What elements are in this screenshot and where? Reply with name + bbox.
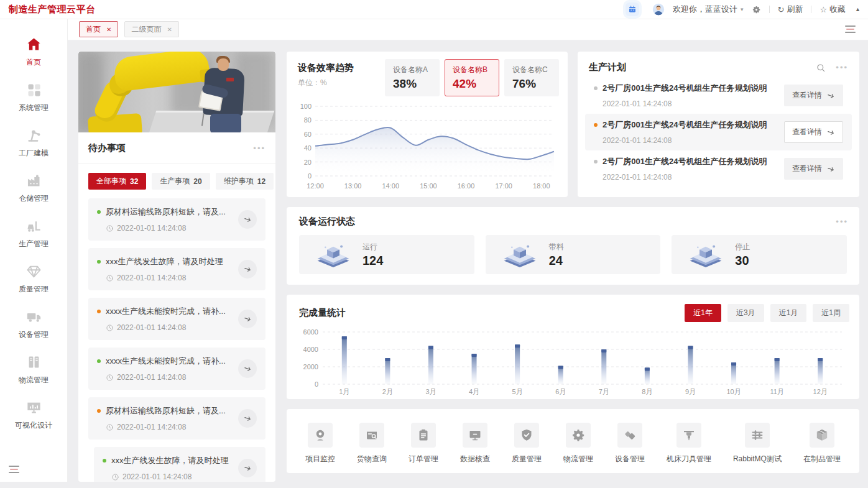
- shortcut-wip-management[interactable]: 在制品管理: [803, 423, 841, 473]
- plan-row[interactable]: 2号厂房001生产线24号机组生产任务规划说明 2022-01-01 14:24…: [585, 150, 852, 187]
- settings-button[interactable]: [752, 5, 761, 14]
- device-chip-b[interactable]: 设备名称B 42%: [445, 59, 499, 96]
- plan-row[interactable]: 2号厂房001生产线24号机组生产任务规划说明 2022-01-01 14:24…: [585, 114, 852, 150]
- sidebar-item-system[interactable]: 系统管理: [0, 81, 67, 127]
- sliders-icon: [745, 423, 770, 448]
- shortcut-logistics-management[interactable]: 物流管理: [563, 423, 593, 473]
- shortcut-machine-tool-management[interactable]: 机床刀具管理: [667, 423, 711, 473]
- todo-item[interactable]: 原材料运输线路原料短缺，请及... 2022-01-01 14:24:08: [88, 198, 265, 241]
- device-chips: 设备名称A 38% 设备名称B 42% 设备名称C 76%: [385, 59, 559, 96]
- more-icon[interactable]: •••: [836, 218, 848, 226]
- robot-arm-icon: [25, 127, 42, 144]
- shortcuts-panel: 项目监控 货物查询 订单管理 数据核查 质量管理 物流管理 设备管理 机床刀具: [287, 409, 859, 473]
- todo-arrow-button[interactable]: [238, 409, 257, 428]
- svg-text:3月: 3月: [425, 388, 436, 395]
- status-dot: [594, 160, 598, 163]
- status-dot: [97, 260, 101, 264]
- arrow-right-icon: [243, 315, 252, 323]
- sidebar-item-warehouse[interactable]: 仓储管理: [0, 172, 67, 218]
- tab-options-button[interactable]: [845, 25, 856, 33]
- todo-filters: 全部事项32 生产事项20 维护事项12: [78, 164, 275, 191]
- machine-illustration: [502, 242, 538, 268]
- close-icon[interactable]: ✕: [167, 26, 172, 33]
- range-1month-button[interactable]: 近1月: [770, 304, 807, 322]
- clock-icon: [111, 473, 119, 481]
- shortcut-cargo-query[interactable]: 货物查询: [357, 423, 387, 473]
- refresh-button[interactable]: ↻ 刷新: [778, 4, 803, 15]
- svg-text:80: 80: [304, 116, 312, 124]
- view-detail-button[interactable]: 查看详情: [784, 158, 843, 180]
- todo-arrow-button[interactable]: [238, 310, 257, 328]
- status-dot: [594, 123, 598, 127]
- calendar-button[interactable]: [626, 2, 639, 16]
- range-3month-button[interactable]: 近3月: [727, 304, 764, 322]
- svg-text:10月: 10月: [726, 388, 741, 395]
- filter-maintenance[interactable]: 维护事项12: [216, 173, 274, 190]
- sidebar-item-quality[interactable]: 质量管理: [0, 263, 67, 308]
- sidebar-item-visual-design[interactable]: 可视化设计: [0, 399, 67, 444]
- status-dot: [97, 409, 101, 413]
- package-icon: [810, 423, 834, 448]
- menu-icon: [845, 25, 856, 33]
- caret-down-icon: ▾: [741, 6, 744, 12]
- home-icon: [25, 36, 42, 53]
- svg-text:13:00: 13:00: [344, 182, 362, 190]
- todo-item[interactable]: xxx生产线发生故障，请及时处理 2022-01-01 14:24:08: [88, 248, 265, 290]
- truck-icon: [25, 308, 42, 325]
- todo-arrow-button[interactable]: [238, 459, 257, 477]
- tab-secondary-page[interactable]: 二级页面 ✕: [124, 21, 178, 37]
- camera-icon: [308, 423, 333, 448]
- more-icon[interactable]: •••: [253, 144, 265, 152]
- favorite-button[interactable]: ☆ 收藏: [820, 4, 846, 15]
- tab-home[interactable]: 首页 ✕: [79, 21, 118, 37]
- production-plan-panel: 生产计划 ••• 2号厂房001生产线24号机组生产任务规划说明 2022-01…: [578, 52, 859, 197]
- shortcut-order-management[interactable]: 订单管理: [409, 423, 438, 473]
- shortcut-equipment-management[interactable]: 设备管理: [615, 423, 645, 473]
- sidebar-item-home[interactable]: 首页: [0, 36, 67, 81]
- shortcut-data-check[interactable]: 数据核查: [460, 423, 490, 473]
- plan-row[interactable]: 2号厂房001生产线24号机组生产任务规划说明 2022-01-01 14:24…: [585, 77, 852, 114]
- divider: [769, 6, 770, 13]
- filter-all[interactable]: 全部事项32: [88, 173, 146, 190]
- close-icon[interactable]: ✕: [106, 26, 111, 33]
- status-dot: [594, 86, 598, 90]
- collapse-header-icon[interactable]: ▲: [855, 6, 861, 12]
- sidebar-item-equipment[interactable]: 设备管理: [0, 308, 67, 354]
- tool-icon: [676, 423, 701, 448]
- more-icon[interactable]: •••: [836, 63, 848, 71]
- sidebar-collapse-button[interactable]: [9, 466, 19, 473]
- clipboard-icon: [411, 423, 436, 448]
- todo-item[interactable]: xxxx生产线未能按时完成，请补... 2022-01-01 14:24:08: [88, 298, 265, 340]
- todo-item[interactable]: xxx生产线发生故障，请及时处理 2022-01-01 14:24:08: [94, 447, 265, 482]
- diamond-icon: [25, 263, 42, 280]
- avatar[interactable]: [652, 3, 665, 16]
- view-detail-button[interactable]: 查看详情: [784, 121, 843, 143]
- todo-item[interactable]: xxxx生产线未能按时完成，请补... 2022-01-01 14:24:08: [88, 348, 265, 390]
- todo-arrow-button[interactable]: [238, 359, 257, 378]
- sidebar-item-logistics[interactable]: 物流管理: [0, 354, 67, 399]
- device-chip-c[interactable]: 设备名称C 76%: [504, 59, 559, 96]
- svg-text:18:00: 18:00: [533, 182, 550, 190]
- todo-arrow-button[interactable]: [238, 260, 257, 279]
- top-header: 制造生产管理云平台 欢迎你，蓝蓝设计 ▾ ↻ 刷新 ☆ 收藏 ▲: [0, 0, 868, 19]
- sidebar-item-factory-modeling[interactable]: 工厂建模: [0, 127, 67, 172]
- shortcut-project-monitor[interactable]: 项目监控: [305, 423, 335, 473]
- device-chip-a[interactable]: 设备名称A 38%: [385, 59, 440, 96]
- range-1week-button[interactable]: 近1周: [813, 304, 849, 322]
- divider: [811, 6, 811, 13]
- todo-item[interactable]: 原材料运输线路原料短缺，请及... 2022-01-01 14:24:08: [88, 397, 265, 440]
- search-icon[interactable]: [816, 63, 826, 73]
- range-buttons: 近1年 近3月 近1月 近1周: [685, 304, 849, 322]
- svg-text:2月: 2月: [382, 388, 393, 395]
- shortcut-quality-management[interactable]: 质量管理: [512, 423, 542, 473]
- view-detail-button[interactable]: 查看详情: [784, 85, 843, 106]
- range-1year-button[interactable]: 近1年: [685, 304, 721, 322]
- sidebar-item-production[interactable]: 生产管理: [0, 218, 67, 263]
- shortcut-rabbitmq-test[interactable]: RabbitMQ测试: [733, 423, 782, 473]
- efficiency-line-chart: 02040608010012:0013:0014:0015:0016:0017:…: [295, 100, 559, 192]
- filter-production[interactable]: 生产事项20: [152, 173, 210, 190]
- todo-arrow-button[interactable]: [238, 210, 257, 229]
- welcome-text: 欢迎你，蓝蓝设计: [673, 4, 737, 15]
- box-search-icon: [359, 423, 384, 448]
- user-menu[interactable]: 欢迎你，蓝蓝设计 ▾: [673, 4, 744, 15]
